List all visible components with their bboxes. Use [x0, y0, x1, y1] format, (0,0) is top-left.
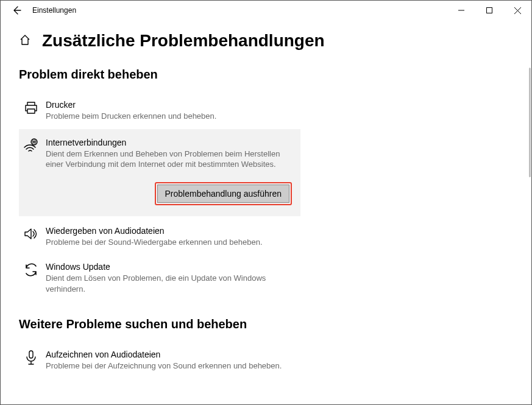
run-button-highlight: Problembehandlung ausführen — [155, 182, 292, 205]
troubleshooter-title: Internetverbindungen — [46, 138, 292, 147]
content-area: Zusätzliche Problembehandlungen Problem … — [1, 20, 531, 404]
page-header: Zusätzliche Problembehandlungen — [19, 31, 513, 51]
wifi-globe-icon — [23, 138, 40, 155]
page-title: Zusätzliche Problembehandlungen — [42, 31, 325, 51]
microphone-icon — [23, 350, 40, 367]
troubleshooter-desc: Probleme bei der Sound-Wiedergabe erkenn… — [46, 237, 292, 248]
troubleshooter-desc: Probleme bei der Aufzeichnung von Sound … — [46, 361, 292, 372]
close-icon — [514, 7, 521, 14]
troubleshooter-desc: Dient dem Erkennen und Beheben von Probl… — [46, 149, 292, 170]
window-title: Einstellungen — [32, 6, 76, 15]
close-button[interactable] — [503, 1, 531, 20]
troubleshooter-list: Drucker Probleme beim Drucken erkennen u… — [19, 93, 300, 301]
run-troubleshooter-button[interactable]: Problembehandlung ausführen — [157, 185, 289, 203]
svg-rect-2 — [29, 351, 33, 358]
minimize-button[interactable] — [447, 1, 475, 20]
maximize-icon — [486, 7, 492, 13]
troubleshooter-desc: Probleme beim Drucken erkennen und beheb… — [46, 111, 292, 122]
home-icon[interactable] — [19, 34, 32, 48]
troubleshooter-title: Wiedergeben von Audiodateien — [46, 226, 292, 236]
section-heading: Weitere Probleme suchen und beheben — [19, 317, 513, 331]
window-controls — [447, 1, 531, 20]
sync-icon — [23, 262, 40, 279]
troubleshooter-audio-recording[interactable]: Aufzeichnen von Audiodateien Probleme be… — [19, 342, 300, 379]
back-button[interactable] — [3, 1, 30, 20]
run-button-row: Problembehandlung ausführen — [46, 182, 292, 205]
troubleshooter-windows-update[interactable]: Windows Update Dient dem Lösen von Probl… — [19, 255, 300, 301]
troubleshooter-desc: Dient dem Lösen von Problemen, die ein U… — [46, 273, 292, 294]
troubleshooter-title: Windows Update — [46, 262, 292, 272]
troubleshooter-title: Drucker — [46, 100, 292, 110]
troubleshooter-printer[interactable]: Drucker Probleme beim Drucken erkennen u… — [19, 93, 300, 129]
scrollbar[interactable] — [529, 68, 531, 177]
speaker-icon — [23, 226, 40, 243]
troubleshooter-list: Aufzeichnen von Audiodateien Probleme be… — [19, 342, 300, 379]
printer-icon — [23, 100, 40, 117]
svg-rect-0 — [487, 8, 492, 13]
arrow-left-icon — [12, 5, 21, 15]
maximize-button[interactable] — [475, 1, 503, 20]
troubleshooter-title: Aufzeichnen von Audiodateien — [46, 350, 292, 359]
titlebar: Einstellungen — [1, 1, 531, 20]
section-heading: Problem direkt beheben — [19, 68, 513, 82]
minimize-icon — [458, 7, 464, 13]
troubleshooter-internet[interactable]: Internetverbindungen Dient dem Erkennen … — [19, 129, 300, 216]
troubleshooter-audio-playback[interactable]: Wiedergeben von Audiodateien Probleme be… — [19, 219, 300, 255]
